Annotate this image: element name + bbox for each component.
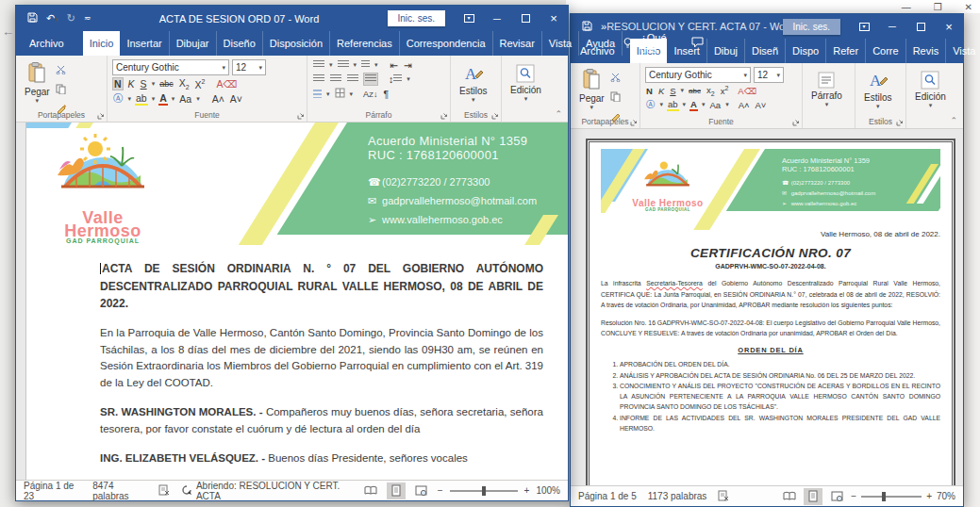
increase-indent-button[interactable]: ⇥ [403, 59, 413, 71]
paragraph-dialog-launcher-icon[interactable] [440, 112, 448, 120]
paste-button[interactable]: Pegar▾ [21, 59, 54, 106]
zoom-slider[interactable] [861, 496, 922, 498]
justify-button[interactable] [363, 73, 378, 86]
tab-insertar[interactable]: Insertar [120, 31, 169, 56]
print-layout-icon[interactable] [387, 482, 406, 499]
decrease-indent-button[interactable]: ⇤ [390, 59, 400, 71]
superscript-button[interactable]: x2 [720, 85, 730, 96]
lightbulb-icon[interactable] [623, 37, 633, 51]
clipboard-dialog-launcher-icon[interactable] [630, 119, 638, 126]
zoom-slider-thumb[interactable] [482, 486, 486, 496]
page-indicator[interactable]: Página 1 de 5 [578, 491, 637, 501]
web-layout-icon[interactable] [827, 488, 846, 505]
zoom-slider[interactable] [450, 490, 518, 492]
comments-icon[interactable] [691, 37, 704, 50]
zoom-in-icon[interactable]: + [926, 491, 932, 501]
left-document-area[interactable]: Valle Hermoso GAD PARROQUIAL Acuerdo Min… [16, 123, 568, 480]
multilevel-list-button[interactable] [360, 59, 371, 71]
left-titlebar[interactable]: ↶▾ ↻ ≂ ACTA DE SESION ORD 07 - Word Inic… [16, 6, 568, 31]
zoom-slider-thumb[interactable] [882, 492, 886, 501]
shading-button[interactable] [312, 89, 323, 100]
zoom-percent[interactable]: 100% [536, 485, 560, 496]
tab-dibujar[interactable]: Dibujar [170, 31, 217, 56]
underline-button[interactable]: S [140, 78, 148, 90]
zoom-percent[interactable]: 70% [937, 491, 955, 501]
save-icon[interactable] [27, 12, 38, 25]
tab-correspondencia[interactable]: Correspondencia [400, 31, 493, 56]
tab-correspondencia[interactable]: Corre [866, 39, 906, 63]
subscript-button[interactable]: x2 [706, 85, 716, 97]
tab-ayuda[interactable]: Ayuda [579, 31, 623, 56]
left-signin-button[interactable]: Inic. ses. [388, 10, 445, 26]
font-dialog-launcher-icon[interactable] [792, 119, 800, 126]
tab-disposicion[interactable]: Dispo [786, 39, 826, 63]
font-name-select[interactable]: Century Gothic▾ [112, 59, 229, 75]
print-layout-icon[interactable] [804, 488, 822, 505]
minimize-icon[interactable]: ─ [483, 6, 511, 31]
font-size-select[interactable]: 12▾ [754, 67, 784, 83]
shrink-font-button[interactable]: A˅ [229, 93, 243, 105]
cut-icon[interactable] [610, 69, 622, 86]
bold-button[interactable]: N [112, 77, 124, 90]
highlight-button[interactable]: ab [135, 92, 148, 106]
proofing-icon[interactable] [158, 484, 170, 498]
ribbon-display-options-icon[interactable]: ▾ [850, 14, 878, 40]
tell-me-label[interactable]: ¿Qué des [640, 32, 667, 55]
font-dialog-launcher-icon[interactable] [297, 112, 305, 120]
tab-referencias[interactable]: Refer [826, 39, 866, 63]
tab-archivo[interactable]: Archivo [16, 31, 77, 56]
qat-customize-icon[interactable]: ≂ [84, 14, 91, 23]
cut-icon[interactable] [56, 61, 67, 78]
numbering-button[interactable] [337, 59, 350, 71]
styles-dialog-launcher-icon[interactable] [896, 119, 904, 126]
word-count[interactable]: 8474 palabras [92, 481, 147, 501]
change-case-button[interactable]: Aa [178, 93, 192, 105]
font-color-button[interactable]: A [689, 99, 698, 111]
tab-disposicion[interactable]: Disposición [263, 31, 330, 56]
zoom-out-icon[interactable]: − [851, 491, 856, 501]
bold-button[interactable]: N [645, 86, 654, 96]
ribbon-display-options-icon[interactable]: ▾ [455, 6, 483, 31]
close-icon[interactable]: × [935, 14, 963, 40]
zoom-out-icon[interactable]: − [438, 485, 443, 496]
word-count[interactable]: 1173 palabras [648, 491, 707, 501]
editing-button[interactable]: Edición▾ [911, 67, 950, 113]
paragraph-button[interactable]: Párrafo▾ [807, 67, 846, 113]
pilcrow-button[interactable]: ¶ [382, 89, 390, 100]
read-mode-icon[interactable] [361, 482, 380, 499]
zoom-in-icon[interactable]: + [524, 485, 530, 496]
text-effects-icon[interactable]: Ⓐ [112, 92, 125, 106]
bg-minimize-icon[interactable]: — [902, 2, 911, 12]
shrink-font-button[interactable]: A˅ [755, 100, 768, 110]
underline-button[interactable]: S [669, 86, 676, 96]
redo-icon[interactable]: ↻ [67, 13, 75, 24]
text-effects-icon[interactable]: Ⓐ [645, 99, 656, 111]
align-right-button[interactable] [346, 74, 359, 85]
tab-vista[interactable]: Vista [542, 31, 579, 56]
copy-icon[interactable] [610, 89, 622, 106]
font-name-select[interactable]: Century Gothic▾ [645, 67, 751, 83]
clear-format-icon[interactable]: A⌫ [216, 78, 239, 90]
sort-button[interactable]: AZ↓ [362, 90, 378, 99]
styles-dialog-launcher-icon[interactable] [491, 112, 499, 120]
line-spacing-button[interactable]: ↕ [388, 74, 403, 85]
restore-icon[interactable] [906, 14, 935, 40]
superscript-button[interactable]: X2 [194, 78, 207, 90]
borders-button[interactable] [334, 88, 346, 100]
collapse-ribbon-icon[interactable]: ⌃ [555, 109, 562, 119]
clear-format-icon[interactable]: A⌫ [737, 86, 757, 96]
proofing-icon[interactable] [718, 490, 729, 503]
back-arrow-icon[interactable]: ← [2, 25, 14, 39]
tab-revisar[interactable]: Revis [906, 39, 947, 63]
minimize-icon[interactable]: ─ [878, 14, 906, 40]
left-page[interactable]: Valle Hermoso GAD PARROQUIAL Acuerdo Min… [25, 123, 568, 480]
tab-dibujar[interactable]: Dibuj [707, 39, 745, 63]
subscript-button[interactable]: X2 [178, 77, 191, 90]
styles-button[interactable]: A Estilos▾ [456, 59, 490, 106]
paste-button[interactable]: Pegar▾ [575, 67, 608, 113]
font-color-button[interactable]: A [158, 92, 168, 106]
tab-diseno[interactable]: Diseñ [745, 39, 786, 63]
tab-vista[interactable]: Vista [946, 39, 980, 63]
clipboard-dialog-launcher-icon[interactable] [97, 112, 105, 120]
align-left-button[interactable] [312, 74, 325, 85]
